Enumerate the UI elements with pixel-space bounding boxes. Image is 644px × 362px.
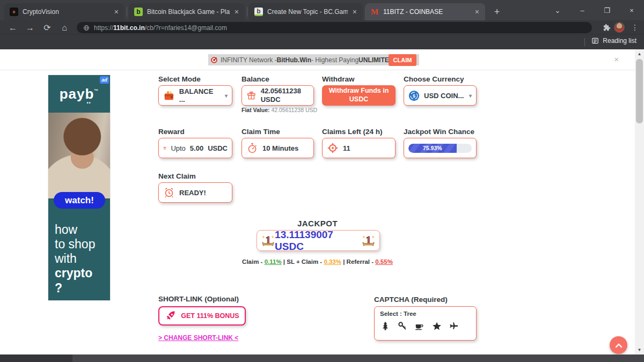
page-content: INFINITY Network - BitHub.Win - Highest … <box>0 49 635 354</box>
get-bonus-label: GET 111% BONUS <box>181 312 239 320</box>
captcha-plane-icon[interactable] <box>449 321 459 331</box>
select-mode-label: Selcet Mode <box>158 75 201 83</box>
profile-avatar[interactable] <box>614 22 625 33</box>
fiat-label: Fiat Value: <box>241 107 270 113</box>
new-tab-button[interactable]: + <box>489 4 504 19</box>
fiat-amount: 42.05611238 USD <box>270 107 318 113</box>
rate-claim-label: Claim - <box>242 258 265 265</box>
ad-caption-line: crypto <box>55 266 95 280</box>
tab-create-new-topic[interactable]: b Create New Topic - BC.Game For × <box>249 3 363 20</box>
next-claim-value: READY! <box>179 189 206 197</box>
jackpot-box: 1 13.11139007 USDC 1 <box>257 230 380 251</box>
browser-window: ₿ CryptoVision × b Bitcoin Blackjack Gam… <box>0 0 644 362</box>
currency-value: USD COIN... <box>424 92 464 100</box>
get-bonus-button[interactable]: GET 111% BONUS <box>158 306 246 326</box>
vertical-scrollbar[interactable]: ▲ ▼ <box>635 49 644 354</box>
balance-label: Balance <box>241 75 269 83</box>
target-icon <box>210 56 218 64</box>
11bitz-favicon-icon: M <box>370 8 379 16</box>
fiat-value: Fiat Value: 42.05611238 USD <box>241 107 317 113</box>
promo-banner-text: INFINITY Network - BitHub.Win - Highest … <box>208 54 419 65</box>
promo-banner: INFINITY Network - BitHub.Win - Highest … <box>0 49 635 70</box>
wallet-icon <box>163 90 175 101</box>
adchoices-icon[interactable]: ad <box>100 76 109 84</box>
hscrollbar-thumb[interactable] <box>0 354 72 362</box>
reading-list-button[interactable]: Reading list <box>591 37 636 45</box>
back-icon[interactable]: ← <box>4 21 21 34</box>
window-close-button[interactable]: × <box>619 0 644 20</box>
browser-menu-icon[interactable]: ⋮ <box>628 23 642 32</box>
banner-close-icon[interactable]: × <box>614 55 619 64</box>
rate-claim-value: 0.11% <box>265 258 282 265</box>
next-claim-box: READY! <box>158 182 232 203</box>
scrollbar-up-icon[interactable]: ▲ <box>635 49 644 58</box>
reward-box: Upto 5.00 USDC <box>158 138 232 158</box>
url-domain: 11bit.co.in <box>113 24 145 32</box>
ad-watch-button[interactable]: watch! <box>54 192 105 209</box>
ad-banner[interactable]: ad payb™ watch! how to shop with crypto … <box>48 75 110 300</box>
change-shortlink-link[interactable]: > CHANGE SHORT-LINK < <box>158 334 238 342</box>
forward-icon[interactable]: → <box>21 21 39 34</box>
balance-box: 42.05611238 USDC <box>241 85 314 106</box>
tab-title: Bitcoin Blackjack Game - Play BTC <box>147 8 230 16</box>
captcha-tree-icon[interactable] <box>380 321 390 331</box>
tab-close-icon[interactable]: × <box>473 8 481 16</box>
ad-photo[interactable] <box>48 113 110 198</box>
tab-11bitz-active[interactable]: M 11BITZ - COINBASE × <box>365 3 485 20</box>
tab-close-icon[interactable]: × <box>113 8 120 16</box>
tab-close-icon[interactable]: × <box>351 8 358 16</box>
select-mode-dropdown[interactable]: BALANCE ... ▾ <box>158 85 232 106</box>
horizontal-scrollbar[interactable] <box>0 354 644 362</box>
currency-dropdown[interactable]: $ USD COIN... ▾ <box>404 85 477 106</box>
usdc-coin-icon: $ <box>408 90 420 101</box>
withdraw-label: Withdraw <box>322 75 355 83</box>
scrollbar-down-icon[interactable]: ▼ <box>635 345 644 354</box>
claim-time-value: 10 Minutes <box>262 144 298 152</box>
restore-button[interactable]: ❐ <box>595 0 619 20</box>
tab-title: CryptoVision <box>23 8 109 16</box>
reward-prefix: Upto <box>171 144 185 152</box>
choose-currency-label: Choose Currency <box>404 75 464 83</box>
tab-bitcoin-blackjack[interactable]: b Bitcoin Blackjack Game - Play BTC × <box>129 3 245 20</box>
divider <box>584 38 585 46</box>
withdraw-button[interactable]: Withdraw Funds in USDC <box>322 85 396 106</box>
banner-claim-button[interactable]: CLAIM <box>389 54 416 66</box>
jackpot-chance-box: 75.93% <box>404 138 477 158</box>
bookmark-bar: Reading list <box>0 35 644 49</box>
tab-cryptovision[interactable]: ₿ CryptoVision × <box>4 3 125 20</box>
gift-icon <box>163 142 166 154</box>
address-bar[interactable]: https://11bit.co.in/cb/?r=nfaries14@gmai… <box>77 22 592 33</box>
extensions-puzzle-icon[interactable] <box>603 24 611 32</box>
reading-list-icon <box>591 37 599 45</box>
claims-left-value: 11 <box>343 144 350 152</box>
first-place-medal-icon: 1 <box>261 233 275 249</box>
scrollbar-thumb[interactable] <box>636 59 643 123</box>
rocket-icon <box>165 310 177 322</box>
home-icon[interactable]: ⌂ <box>56 21 73 34</box>
captcha-coffee-icon[interactable] <box>414 321 425 331</box>
tab-separator <box>247 7 247 17</box>
captcha-star-icon[interactable] <box>431 321 442 331</box>
reload-icon[interactable]: ⟳ <box>39 21 56 34</box>
tab-close-icon[interactable]: × <box>233 8 240 16</box>
ad-caption-line: ? <box>55 281 95 295</box>
bcgame-favicon-icon: b <box>134 8 143 16</box>
next-claim-label: Next Claim <box>158 172 196 180</box>
ad-brand-b: b <box>85 86 94 102</box>
url-scheme: https:// <box>94 24 113 32</box>
bcgame-forum-favicon-icon: b <box>254 8 263 16</box>
jackpot-chance-label: Jackpot Win Chance <box>404 128 474 136</box>
window-menu-button[interactable]: ⌄ <box>545 0 570 20</box>
rate-sl-label: | SL + Claim - <box>282 258 324 265</box>
captcha-key-icon[interactable] <box>397 321 407 331</box>
jackpot-amount: 13.11139007 USDC <box>275 229 362 253</box>
cryptovision-favicon-icon: ₿ <box>10 8 18 16</box>
minimize-button[interactable]: – <box>570 0 595 20</box>
ad-brand-tm: ™ <box>94 88 99 93</box>
banner-prefix: INFINITY Network - <box>221 56 276 64</box>
rate-referral-label: | Referral - <box>341 258 375 265</box>
captcha-box: Select : Tree <box>374 306 477 341</box>
ad-caption-line: how <box>55 223 95 237</box>
scroll-to-top-button[interactable] <box>610 336 627 354</box>
claims-left-box: 11 <box>322 138 396 158</box>
